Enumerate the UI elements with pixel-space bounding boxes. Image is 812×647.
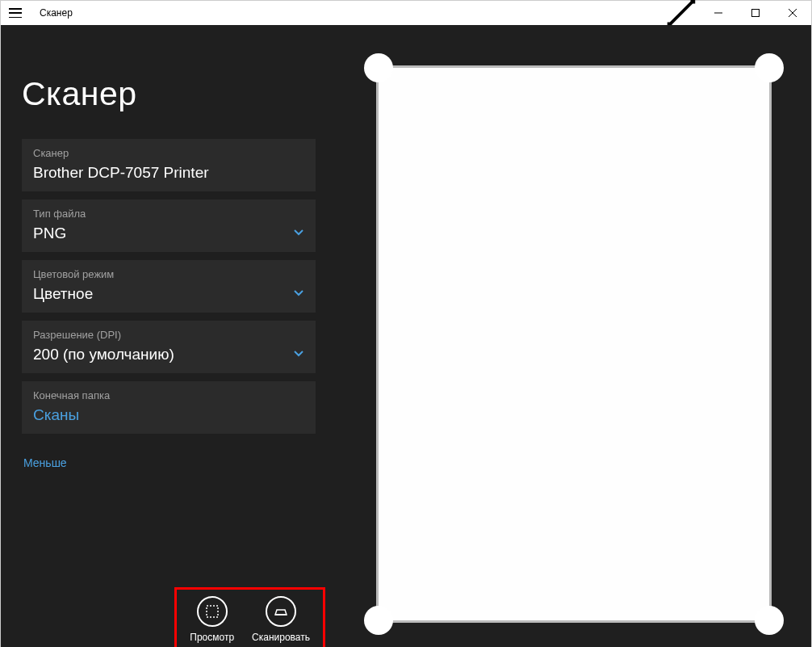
filetype-value: PNG [33, 225, 66, 242]
filetype-label: Тип файла [33, 208, 304, 220]
scanner-selector[interactable]: Сканер Brother DCP-7057 Printer [22, 139, 316, 191]
scanner-icon [266, 596, 296, 627]
scanner-value: Brother DCP-7057 Printer [33, 164, 209, 182]
app-window: Сканер Сканер Сканер Brother DCP-7057 Pr [0, 0, 812, 647]
preview-label: Просмотр [190, 632, 234, 643]
less-link[interactable]: Меньше [23, 456, 316, 469]
colormode-selector[interactable]: Цветовой режим Цветное [22, 260, 316, 313]
destination-value: Сканы [33, 406, 79, 424]
chevron-down-icon [293, 347, 304, 362]
resolution-label: Разрешение (DPI) [33, 329, 304, 341]
close-button[interactable] [774, 1, 811, 25]
crop-handle-top-left[interactable] [364, 53, 393, 82]
minimize-button[interactable] [700, 1, 737, 25]
app-title: Сканер [40, 7, 73, 19]
window-controls [663, 1, 811, 25]
preview-page[interactable] [376, 65, 772, 623]
preview-button[interactable]: Просмотр [190, 596, 234, 643]
crop-handle-bottom-left[interactable] [364, 606, 393, 635]
chevron-down-icon [293, 287, 304, 301]
titlebar-left: Сканер [1, 7, 73, 19]
scanner-label: Сканер [33, 147, 304, 159]
sidebar: Сканер Сканер Brother DCP-7057 Printer Т… [1, 25, 337, 647]
svg-rect-4 [207, 606, 218, 617]
preview-area [337, 25, 811, 647]
action-bar: Просмотр Сканировать [174, 587, 325, 647]
destination-selector[interactable]: Конечная папка Сканы [22, 381, 316, 434]
resolution-value: 200 (по умолчанию) [33, 346, 174, 363]
colormode-label: Цветовой режим [33, 268, 304, 280]
colormode-value: Цветное [33, 285, 93, 303]
chevron-down-icon [293, 226, 304, 241]
svg-rect-1 [752, 10, 760, 17]
crop-handle-top-right[interactable] [755, 53, 784, 82]
filetype-selector[interactable]: Тип файла PNG [22, 200, 316, 252]
scan-button[interactable]: Сканировать [252, 596, 310, 643]
content: Сканер Сканер Brother DCP-7057 Printer Т… [1, 25, 811, 647]
crop-handle-bottom-right[interactable] [755, 606, 784, 635]
titlebar: Сканер [1, 1, 811, 25]
menu-icon[interactable] [9, 8, 22, 18]
maximize-button[interactable] [737, 1, 774, 25]
scan-label: Сканировать [252, 632, 310, 643]
preview-icon [197, 596, 228, 627]
resolution-selector[interactable]: Разрешение (DPI) 200 (по умолчанию) [22, 321, 316, 373]
destination-label: Конечная папка [33, 389, 304, 401]
fullscreen-icon[interactable] [663, 1, 700, 25]
page-title: Сканер [22, 75, 316, 113]
